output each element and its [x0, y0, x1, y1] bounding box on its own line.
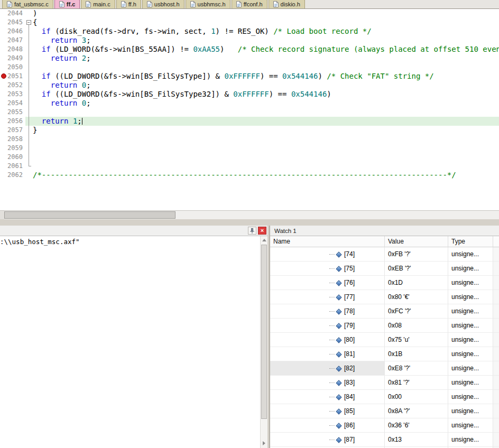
scroll-right-button[interactable] [261, 440, 267, 447]
watch-row[interactable]: [76]0x1Dunsigne... [270, 276, 499, 290]
code-text[interactable] [33, 108, 499, 117]
fold-margin[interactable] [25, 90, 33, 99]
code-line[interactable]: 2048 if (LD_WORD(&fs->win[BS_55AA]) != 0… [0, 45, 499, 54]
code-line[interactable]: 2060 [0, 153, 499, 162]
fold-margin[interactable] [25, 45, 33, 54]
code-text[interactable]: return 3; [33, 36, 499, 45]
code-line[interactable]: 2049 return 2; [0, 54, 499, 63]
column-header-value[interactable]: Value [385, 236, 448, 247]
code-text[interactable]: return 0; [33, 99, 499, 108]
code-line[interactable]: 2052 return 0; [0, 81, 499, 90]
tab-usbhmsc-h[interactable]: usbhmsc.h [186, 0, 230, 8]
breakpoint-margin[interactable] [0, 90, 7, 99]
fold-margin[interactable] [25, 108, 33, 117]
scrollbar-left-box[interactable] [0, 211, 4, 219]
watch-row[interactable]: [83]0x81 '?'unsigne... [270, 376, 499, 390]
code-text[interactable]: if ((LD_DWORD(&fs->win[BS_FilSysType]) &… [33, 72, 499, 81]
code-text[interactable] [33, 144, 499, 153]
code-text[interactable]: ) [33, 9, 499, 18]
breakpoint-icon[interactable] [1, 73, 6, 79]
breakpoint-margin[interactable] [0, 108, 7, 117]
code-text[interactable]: if (LD_WORD(&fs->win[BS_55AA]) != 0xAA55… [33, 45, 499, 54]
fold-margin[interactable] [25, 63, 33, 72]
code-text[interactable] [33, 153, 499, 162]
code-line[interactable]: 2055 [0, 108, 499, 117]
output-vertical-scrollbar[interactable] [260, 236, 267, 448]
watch-row[interactable]: [84]0x00unsigne... [270, 390, 499, 404]
code-text[interactable] [33, 135, 499, 144]
watch-row[interactable]: [86]0x36 '6'unsigne... [270, 418, 499, 433]
code-line[interactable]: 2045−{ [0, 18, 499, 27]
scrollbar-thumb[interactable] [261, 245, 267, 419]
breakpoint-margin[interactable] [0, 153, 7, 162]
code-text[interactable]: return 0; [33, 81, 499, 90]
watch-row[interactable]: [80]0x75 'u'unsigne... [270, 333, 499, 347]
code-line[interactable]: 2057} [0, 126, 499, 135]
scroll-up-button[interactable] [261, 236, 267, 244]
code-text[interactable]: { [33, 18, 499, 27]
breakpoint-margin[interactable] [0, 45, 7, 54]
watch-row[interactable]: [75]0xEB '?'unsigne... [270, 262, 499, 276]
breakpoint-margin[interactable] [0, 144, 7, 153]
code-line[interactable]: 2050 [0, 63, 499, 72]
fold-margin[interactable] [25, 54, 33, 63]
fold-margin[interactable]: − [25, 18, 33, 27]
fold-margin[interactable] [25, 99, 33, 108]
breakpoint-margin[interactable] [0, 81, 7, 90]
breakpoint-margin[interactable] [0, 99, 7, 108]
fold-margin[interactable] [25, 72, 33, 81]
code-text[interactable] [33, 63, 499, 72]
watch-row[interactable]: [87]0x13unsigne... [270, 433, 499, 447]
code-line[interactable]: 2062/*----------------------------------… [0, 171, 499, 180]
code-text[interactable]: return 2; [33, 54, 499, 63]
tab-ff-c[interactable]: ff.c [54, 0, 80, 8]
tab-fat_usbmsc-c[interactable]: fat_usbmsc.c [2, 0, 53, 8]
code-text[interactable]: } [33, 126, 499, 135]
watch-row[interactable]: [79]0x08unsigne... [270, 319, 499, 333]
breakpoint-margin[interactable] [0, 162, 7, 171]
tab-ffconf-h[interactable]: ffconf.h [232, 0, 267, 8]
code-text[interactable]: /*--------------------------------------… [33, 171, 499, 180]
fold-margin[interactable] [25, 126, 33, 135]
tab-ff-h[interactable]: ff.h [116, 0, 141, 8]
breakpoint-margin[interactable] [0, 135, 7, 144]
breakpoint-margin[interactable] [0, 171, 7, 180]
watch-row[interactable]: [85]0x8A '?'unsigne... [270, 404, 499, 418]
breakpoint-margin[interactable] [0, 27, 7, 36]
code-text[interactable]: if ((LD_DWORD(&fs->win[BS_FilSysType32])… [33, 90, 499, 99]
code-line[interactable]: 2047 return 3; [0, 36, 499, 45]
pin-button[interactable] [248, 227, 256, 235]
breakpoint-margin[interactable] [0, 54, 7, 63]
code-line[interactable]: 2044) [0, 9, 499, 18]
fold-collapse-icon[interactable]: − [26, 20, 31, 25]
editor-horizontal-scrollbar[interactable] [0, 210, 499, 219]
breakpoint-margin[interactable] [0, 18, 7, 27]
watch-row[interactable]: [78]0xFC '?'unsigne... [270, 304, 499, 319]
breakpoint-margin[interactable] [0, 36, 7, 45]
scrollbar-thumb[interactable] [4, 211, 175, 219]
code-line[interactable]: 2056 return 1; [0, 117, 499, 126]
fold-margin[interactable] [25, 153, 33, 162]
fold-margin[interactable] [25, 162, 33, 171]
watch-row[interactable]: [74]0xFB '?'unsigne... [270, 247, 499, 262]
close-button[interactable]: × [258, 227, 266, 235]
fold-margin[interactable] [25, 171, 33, 180]
fold-margin[interactable] [25, 36, 33, 45]
breakpoint-margin[interactable] [0, 72, 7, 81]
code-line[interactable]: 2059 [0, 144, 499, 153]
code-line[interactable]: 2054 return 0; [0, 99, 499, 108]
code-text[interactable] [33, 162, 499, 171]
breakpoint-margin[interactable] [0, 63, 7, 72]
code-line[interactable]: 2061 [0, 162, 499, 171]
fold-margin[interactable] [25, 27, 33, 36]
code-line[interactable]: 2051 if ((LD_DWORD(&fs->win[BS_FilSysTyp… [0, 72, 499, 81]
fold-margin[interactable] [25, 117, 33, 126]
code-line[interactable]: 2058 [0, 135, 499, 144]
column-header-name[interactable]: Name [270, 236, 385, 247]
breakpoint-margin[interactable] [0, 126, 7, 135]
breakpoint-margin[interactable] [0, 9, 7, 18]
code-text[interactable]: return 1; [33, 117, 499, 126]
tab-usbhost-h[interactable]: usbhost.h [142, 0, 184, 8]
tab-main-c[interactable]: main.c [81, 0, 115, 8]
code-editor[interactable]: 2044)2045−{2046 if (disk_read(fs->drv, f… [0, 9, 499, 210]
